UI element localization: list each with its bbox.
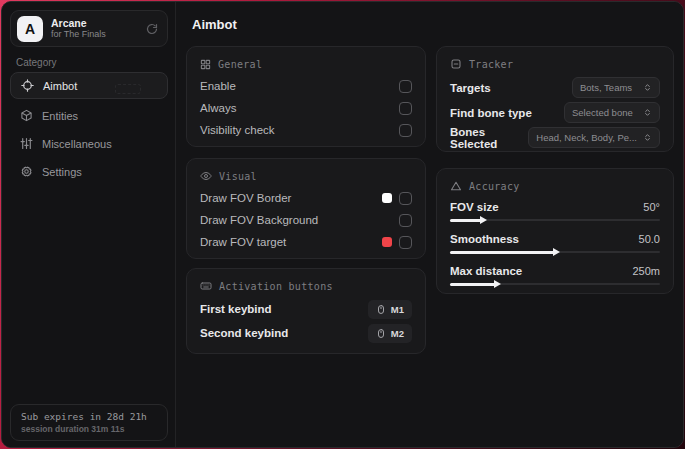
unfold-icon: [643, 108, 652, 117]
dropdown-value: Head, Neck, Body, Pe...: [536, 132, 637, 143]
sidebar-item-settings[interactable]: Settings: [10, 158, 168, 185]
sidebar: A Arcane for The Finals Category Aimbot: [2, 2, 176, 447]
setting-row-max-distance: Max distance 250m: [450, 262, 660, 289]
panel-visual: Visual Draw FOV Border Draw FOV Backgrou…: [186, 158, 426, 259]
setting-label: Always: [200, 102, 236, 114]
brand-logo: A: [17, 16, 43, 42]
scan-box-icon: [450, 58, 462, 70]
setting-row-draw-fov-target: Draw FOV target: [200, 231, 412, 253]
keybind-value: M2: [391, 328, 404, 339]
sliders-icon: [20, 137, 33, 150]
ghost-badge: [115, 84, 141, 94]
fov-size-value: 50°: [643, 201, 660, 213]
setting-row-smoothness: Smoothness 50.0: [450, 230, 660, 257]
sidebar-item-label: Settings: [42, 166, 82, 178]
panel-activation-header: Activation buttons: [200, 279, 412, 293]
find-bone-type-dropdown[interactable]: Selected bone: [564, 102, 660, 123]
slider-fill: [450, 283, 496, 286]
panel-title: General: [218, 59, 262, 70]
draw-fov-background-checkbox[interactable]: [399, 214, 412, 227]
setting-row-draw-fov-border: Draw FOV Border: [200, 187, 412, 209]
mouse-icon: [376, 328, 386, 339]
slider-fill: [450, 251, 555, 254]
setting-label: Find bone type: [450, 107, 532, 119]
setting-label: Draw FOV Background: [200, 214, 318, 226]
bones-selected-dropdown[interactable]: Head, Neck, Body, Pe...: [528, 127, 660, 148]
sidebar-item-label: Miscellaneous: [42, 138, 112, 150]
sidebar-item-aimbot[interactable]: Aimbot: [10, 72, 168, 99]
panel-title: Activation buttons: [219, 281, 333, 292]
refresh-icon[interactable]: [146, 23, 158, 35]
unfold-icon: [643, 83, 652, 92]
enable-checkbox[interactable]: [399, 80, 412, 93]
keyboard-icon: [200, 280, 212, 292]
session-duration-text: session duration 31m 11s: [21, 424, 157, 434]
panel-title: Visual: [219, 171, 257, 182]
mouse-icon: [376, 304, 386, 315]
slider-thumb[interactable]: [480, 216, 487, 224]
first-keybind-button[interactable]: M1: [368, 300, 412, 319]
panel-general-header: General: [200, 57, 412, 71]
always-checkbox[interactable]: [399, 102, 412, 115]
setting-label: Smoothness: [450, 233, 519, 245]
sub-expiry-text: Sub expires in 28d 21h: [21, 411, 157, 422]
brand-name: Arcane: [51, 17, 138, 29]
setting-row-visibility-check: Visibility check: [200, 119, 412, 141]
unfold-icon: [643, 133, 652, 142]
setting-row-first-keybind: First keybind M1: [200, 297, 412, 321]
setting-label: Visibility check: [200, 124, 275, 136]
sidebar-item-entities[interactable]: Entities: [10, 102, 168, 129]
sidebar-item-miscellaneous[interactable]: Miscellaneous: [10, 130, 168, 157]
max-distance-value: 250m: [632, 265, 660, 277]
category-label: Category: [16, 57, 57, 68]
dropdown-value: Selected bone: [572, 107, 633, 118]
main-content: Aimbot General Enable Always: [177, 2, 683, 447]
second-keybind-button[interactable]: M2: [368, 324, 412, 343]
visibility-check-checkbox[interactable]: [399, 124, 412, 137]
slider-thumb[interactable]: [553, 248, 560, 256]
sidebar-item-label: Entities: [42, 110, 78, 122]
draw-fov-border-checkbox[interactable]: [399, 192, 412, 205]
setting-row-bones-selected: Bones Selected Head, Neck, Body, Pe...: [450, 125, 660, 150]
panel-accuracy-header: Accuracy: [450, 179, 660, 193]
grid-icon: [200, 59, 211, 70]
setting-label: Targets: [450, 82, 491, 94]
setting-label: Bones Selected: [450, 126, 528, 150]
brand-card: A Arcane for The Finals: [10, 10, 168, 47]
smoothness-slider[interactable]: [450, 248, 660, 257]
setting-row-draw-fov-background: Draw FOV Background: [200, 209, 412, 231]
fov-target-color-swatch[interactable]: [382, 237, 392, 247]
setting-label: Draw FOV Border: [200, 192, 291, 204]
setting-label: Draw FOV target: [200, 236, 286, 248]
sidebar-item-label: Aimbot: [43, 80, 77, 92]
setting-label: Enable: [200, 80, 236, 92]
max-distance-slider[interactable]: [450, 280, 660, 289]
slider-thumb[interactable]: [494, 280, 501, 288]
eye-icon: [200, 170, 212, 182]
app-window: A Arcane for The Finals Category Aimbot: [1, 1, 684, 448]
keybind-value: M1: [391, 304, 404, 315]
setting-row-always: Always: [200, 97, 412, 119]
setting-row-find-bone-type: Find bone type Selected bone: [450, 100, 660, 125]
panel-tracker: Tracker Targets Bots, Teams Find bone ty…: [436, 46, 674, 152]
panel-accuracy: Accuracy FOV size 50° Smoothness 50.0: [436, 168, 674, 294]
setting-label: First keybind: [200, 303, 272, 315]
panel-title: Tracker: [469, 59, 513, 70]
brand-text: Arcane for The Finals: [51, 17, 138, 39]
crosshair-icon: [21, 79, 34, 92]
fov-border-color-swatch[interactable]: [382, 193, 392, 203]
cube-icon: [20, 109, 33, 122]
smoothness-value: 50.0: [639, 233, 660, 245]
setting-label: FOV size: [450, 201, 499, 213]
draw-fov-target-checkbox[interactable]: [399, 236, 412, 249]
triangle-icon: [450, 180, 462, 192]
targets-dropdown[interactable]: Bots, Teams: [572, 77, 660, 98]
panel-activation-buttons: Activation buttons First keybind M1 Seco…: [186, 268, 426, 354]
setting-label: Second keybind: [200, 327, 288, 339]
setting-label: Max distance: [450, 265, 522, 277]
dropdown-value: Bots, Teams: [580, 82, 632, 93]
panel-visual-header: Visual: [200, 169, 412, 183]
setting-row-enable: Enable: [200, 75, 412, 97]
fov-size-slider[interactable]: [450, 216, 660, 225]
brand-subtitle: for The Finals: [51, 29, 138, 39]
